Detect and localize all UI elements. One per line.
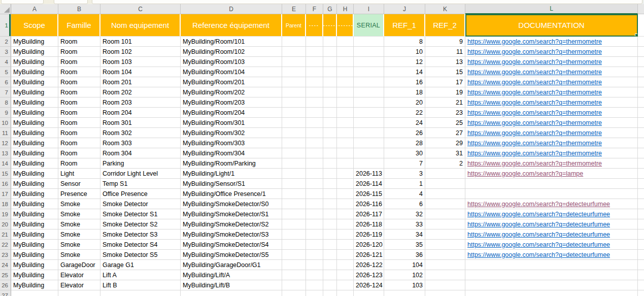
cell-nom-equipement[interactable]: Smoke Detector S4 (100, 240, 181, 250)
cell-documentation[interactable]: https://www.google.com/search?q=thermome… (465, 118, 638, 128)
row-number[interactable]: 2 (0, 37, 11, 47)
cell-ref1[interactable]: 103 (384, 280, 425, 290)
cell-f[interactable] (306, 128, 323, 138)
cell-famille[interactable]: Smoke (58, 250, 100, 260)
row-number[interactable]: 15 (0, 169, 11, 179)
cell-ref2[interactable]: 15 (425, 67, 465, 77)
cell-documentation[interactable]: https://www.google.com/search?q=thermome… (465, 77, 638, 87)
cell-scope[interactable]: MyBuilding (11, 148, 58, 158)
cell-documentation[interactable]: https://www.google.com/search?q=thermome… (465, 47, 638, 57)
cell-scope[interactable]: MyBuilding (11, 219, 58, 229)
cell-nom-equipement[interactable]: Temp S1 (100, 179, 181, 189)
row-number[interactable]: 9 (0, 108, 11, 118)
cell-nom-equipement[interactable]: Smoke Detector (100, 199, 181, 209)
empty-cell[interactable] (11, 290, 58, 296)
cell-f[interactable] (306, 199, 323, 209)
cell-parent[interactable] (282, 219, 306, 229)
cell-parent[interactable] (282, 280, 306, 290)
cell-f[interactable] (306, 118, 323, 128)
cell-nom-equipement[interactable]: Corridor Light Level (100, 169, 181, 179)
empty-cell[interactable] (282, 290, 306, 296)
cell-h[interactable] (337, 169, 354, 179)
cell-ref1[interactable]: 26 (384, 128, 425, 138)
cell-parent[interactable] (282, 260, 306, 270)
cell-scope[interactable]: MyBuilding (11, 138, 58, 148)
row-number[interactable]: 3 (0, 47, 11, 57)
cell-g[interactable] (323, 97, 337, 108)
cell-reference-equipement[interactable]: MyBuilding/Sensor/S1 (181, 179, 282, 189)
cell-nom-equipement[interactable]: Smoke Detector S5 (100, 250, 181, 260)
cell-ref1[interactable]: 6 (384, 199, 425, 209)
cell-f[interactable] (306, 77, 323, 87)
cell-h[interactable] (337, 209, 354, 219)
row-number[interactable]: 8 (0, 97, 11, 108)
cell-h[interactable] (337, 250, 354, 260)
cell-ref2[interactable]: 13 (425, 57, 465, 67)
cell-g[interactable] (323, 229, 337, 240)
documentation-link[interactable]: https://www.google.com/search?q=thermome… (467, 89, 602, 96)
column-header-A[interactable]: A (11, 4, 58, 14)
cell-ref1[interactable]: 20 (384, 97, 425, 108)
cell-g[interactable] (323, 67, 337, 77)
cell-reference-equipement[interactable]: MyBuilding/Lift/A (181, 270, 282, 280)
cell-g[interactable] (323, 240, 337, 250)
cell-famille[interactable]: Room (58, 37, 100, 47)
cell-nom-equipement[interactable]: Smoke Detector S1 (100, 209, 181, 219)
cell-h[interactable] (337, 179, 354, 189)
cell-g[interactable] (323, 87, 337, 97)
cell-ref2[interactable] (425, 240, 465, 250)
empty-cell[interactable] (384, 290, 425, 296)
cell-parent[interactable] (282, 199, 306, 209)
cell-documentation[interactable]: https://www.google.com/search?q=thermome… (465, 128, 638, 138)
documentation-link[interactable]: https://www.google.com/search?q=thermome… (467, 79, 602, 86)
cell-documentation[interactable]: https://www.google.com/search?q=detecteu… (465, 229, 638, 240)
cell-documentation[interactable] (465, 179, 638, 189)
documentation-link[interactable]: https://www.google.com/search?q=detecteu… (467, 251, 610, 258)
documentation-link[interactable]: https://www.google.com/search?q=thermome… (467, 58, 602, 65)
column-header-F[interactable]: F (306, 4, 323, 14)
cell-serial[interactable] (354, 47, 384, 57)
cell-scope[interactable]: MyBuilding (11, 77, 58, 87)
row-number[interactable]: 19 (0, 209, 11, 219)
cell-parent[interactable] (282, 37, 306, 47)
cell-scope[interactable]: MyBuilding (11, 128, 58, 138)
cell-nom-equipement[interactable]: Parking (100, 158, 181, 169)
cell-ref2[interactable]: 31 (425, 148, 465, 158)
cell-ref2[interactable] (425, 260, 465, 270)
cell-famille[interactable]: Light (58, 169, 100, 179)
cell-h[interactable] (337, 189, 354, 199)
documentation-link[interactable]: https://www.google.com/search?q=detecteu… (467, 231, 610, 238)
header-reference-equipement[interactable]: Reference équipement (181, 14, 282, 37)
empty-cell[interactable] (181, 290, 282, 296)
documentation-link[interactable]: https://www.google.com/search?q=detecteu… (467, 201, 610, 208)
cell-serial[interactable]: 2026-114 (354, 179, 384, 189)
row-number[interactable]: 10 (0, 118, 11, 128)
cell-scope[interactable]: MyBuilding (11, 57, 58, 67)
cell-scope[interactable]: MyBuilding (11, 270, 58, 280)
cell-f[interactable] (306, 47, 323, 57)
cell-ref1[interactable]: 14 (384, 67, 425, 77)
cell-famille[interactable]: Elevator (58, 280, 100, 290)
cell-serial[interactable] (354, 97, 384, 108)
cell-scope[interactable]: MyBuilding (11, 280, 58, 290)
cell-documentation[interactable]: https://www.google.com/search?q=thermome… (465, 148, 638, 158)
cell-g[interactable] (323, 209, 337, 219)
header-parent[interactable]: Parent (282, 14, 306, 37)
cell-ref1[interactable]: 24 (384, 118, 425, 128)
cell-h[interactable] (337, 270, 354, 280)
cell-nom-equipement[interactable]: Lift B (100, 280, 181, 290)
cell-nom-equipement[interactable]: Room 303 (100, 138, 181, 148)
cell-nom-equipement[interactable]: Room 304 (100, 148, 181, 158)
column-header-E[interactable]: E (282, 4, 306, 14)
row-number[interactable]: 18 (0, 199, 11, 209)
cell-scope[interactable]: MyBuilding (11, 108, 58, 118)
cell-ref2[interactable]: 19 (425, 87, 465, 97)
cell-serial[interactable]: 2026-123 (354, 270, 384, 280)
cell-ref1[interactable]: 1 (384, 179, 425, 189)
cell-g[interactable] (323, 47, 337, 57)
cell-serial[interactable] (354, 67, 384, 77)
column-header-K[interactable]: K (425, 4, 465, 14)
cell-documentation[interactable]: https://www.google.com/search?q=detecteu… (465, 219, 638, 229)
cell-ref1[interactable]: 22 (384, 108, 425, 118)
cell-g[interactable] (323, 158, 337, 169)
